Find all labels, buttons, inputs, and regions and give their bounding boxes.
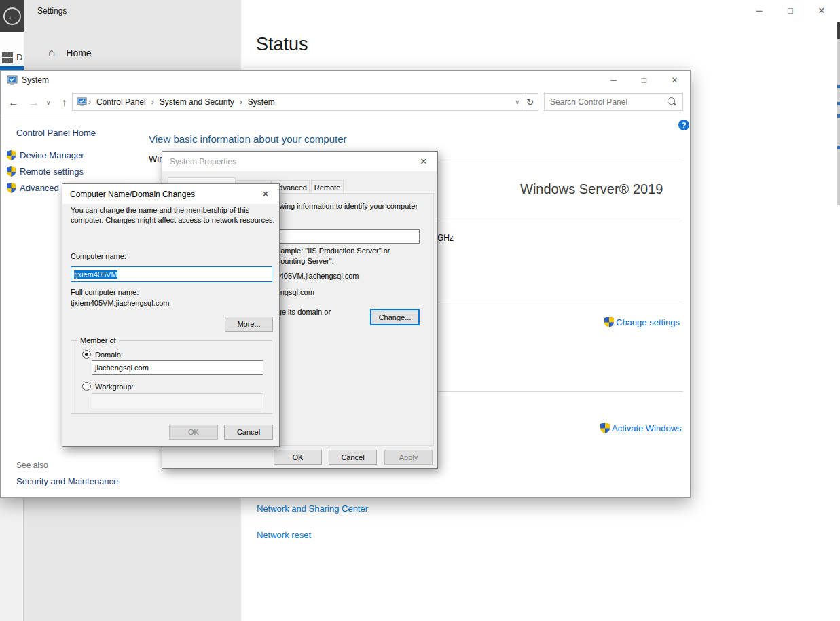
computer-name-label: Computer name: (71, 252, 126, 260)
member-of-label: Member of (77, 336, 119, 344)
nav-up-button[interactable]: ↑ (57, 96, 72, 109)
minimize-icon: ─ (756, 5, 762, 16)
back-icon: ← (8, 96, 19, 108)
home-icon: ⌂ (48, 46, 55, 60)
sidebar-item-control-panel-home[interactable]: Control Panel Home (16, 128, 96, 138)
namechg-cancel-button[interactable]: Cancel (224, 425, 273, 440)
settings-close-button[interactable]: ✕ (806, 0, 837, 20)
search-icon (666, 96, 677, 107)
refresh-icon: ↻ (526, 96, 534, 107)
close-icon: ✕ (420, 156, 428, 166)
breadcrumb-control-panel[interactable]: Control Panel (92, 97, 150, 107)
computer-name-domain-changes-dialog: Computer Name/Domain Changes ✕ You can c… (62, 183, 280, 447)
maximize-icon: □ (788, 5, 793, 16)
refresh-button[interactable]: ↻ (522, 93, 538, 111)
search-input[interactable] (545, 97, 666, 107)
breadcrumb-system-and-security[interactable]: System and Security (156, 97, 238, 107)
dashboard-grid-icon (2, 52, 14, 63)
system-window-icon (7, 75, 18, 86)
namechg-full-name-label: Full computer name: (71, 288, 139, 296)
up-icon: ↑ (62, 96, 67, 108)
address-bar[interactable]: › Control Panel › System and Security › … (72, 93, 522, 111)
change-settings-label: Change settings (616, 317, 680, 327)
activate-windows-link[interactable]: Activate Windows (600, 423, 682, 433)
more-button[interactable]: More... (225, 317, 273, 332)
help-icon: ? (682, 121, 687, 129)
address-location-icon (77, 97, 87, 107)
breadcrumb-separator-icon: › (87, 97, 92, 107)
namechg-body-line1: You can change the name and the membersh… (71, 206, 249, 214)
desktop: ← D Settings ─ □ ✕ ⌂ Home Status Network… (0, 0, 840, 621)
sysprops-apply-button[interactable]: Apply (384, 450, 433, 465)
background-right-sliver-dark (837, 22, 840, 39)
background-window-sliver: D (0, 32, 24, 70)
sidebar-item-label: Remote settings (20, 166, 84, 177)
nav-history-dropdown[interactable]: ∨ (44, 99, 53, 106)
settings-window-title: Settings (37, 6, 67, 16)
nav-back-button[interactable]: ← (3, 96, 24, 109)
settings-maximize-button[interactable]: □ (775, 0, 806, 20)
uac-shield-icon (7, 150, 16, 160)
computer-name-input[interactable]: tjxiem405VM (71, 266, 272, 282)
maximize-icon: □ (642, 75, 646, 85)
domain-radio[interactable] (82, 350, 91, 359)
processor-text-fragment: GHz (437, 233, 454, 243)
namechg-close-button[interactable]: ✕ (252, 184, 279, 204)
chevron-down-icon: ∨ (46, 99, 51, 106)
domain-input[interactable]: jiachengsql.com (92, 360, 263, 375)
os-name: Windows Server® 2019 (520, 181, 663, 197)
domain-radio-label: Domain: (95, 351, 123, 359)
workgroup-radio[interactable] (82, 382, 91, 391)
network-reset-link[interactable]: Network reset (257, 530, 311, 540)
settings-minimize-button[interactable]: ─ (744, 0, 775, 20)
network-sharing-center-link[interactable]: Network and Sharing Center (257, 503, 368, 514)
security-and-maintenance-link[interactable]: Security and Maintenance (16, 476, 118, 486)
computer-name-selected-text: tjxiem405VM (74, 270, 117, 279)
search-box (544, 93, 683, 111)
sysprops-ok-button[interactable]: OK (274, 450, 322, 465)
breadcrumb-system[interactable]: System (244, 97, 279, 107)
change-button[interactable]: Change... (370, 309, 420, 325)
system-close-button[interactable]: ✕ (659, 71, 690, 90)
settings-caption-buttons: ─ □ ✕ (744, 0, 837, 20)
minimize-icon: ─ (610, 75, 617, 85)
system-caption-buttons: ─ □ ✕ (598, 71, 690, 90)
settings-home-label: Home (66, 48, 91, 58)
change-settings-link[interactable]: Change settings (604, 317, 680, 327)
back-circle-icon[interactable]: ← (3, 7, 21, 25)
namechg-title: Computer Name/Domain Changes (70, 190, 195, 199)
close-icon: ✕ (818, 5, 826, 16)
breadcrumb-separator-icon: › (150, 97, 156, 107)
nav-forward-button[interactable]: → (24, 96, 44, 109)
uac-shield-icon (7, 166, 16, 177)
settings-nav-home[interactable]: ⌂ Home (40, 41, 223, 65)
workgroup-radio-label: Workgroup: (95, 383, 134, 391)
system-minimize-button[interactable]: ─ (598, 71, 629, 90)
breadcrumb-separator-icon: › (238, 97, 244, 107)
sysprops-cancel-button[interactable]: Cancel (329, 450, 377, 465)
see-also-label: See also (16, 461, 48, 470)
sidebar-item-device-manager[interactable]: Device Manager (7, 150, 84, 160)
system-titlebar: System (1, 71, 690, 90)
system-properties-titlebar: System Properties ✕ (162, 152, 437, 171)
namechg-body-line2: computer. Changes might affect access to… (71, 216, 275, 224)
forward-icon: → (29, 96, 39, 108)
workgroup-input[interactable] (92, 393, 263, 408)
tab-remote[interactable]: Remote (311, 180, 344, 194)
namechg-full-name-value: tjxiem405VM.jiachengsql.com (71, 299, 170, 307)
namechg-ok-button[interactable]: OK (169, 425, 218, 440)
toolbar-divider (1, 116, 690, 116)
system-window-title: System (22, 75, 49, 85)
background-label-fragment: D (16, 52, 22, 63)
system-properties-close-button[interactable]: ✕ (410, 152, 437, 171)
close-icon: ✕ (671, 75, 678, 85)
system-maximize-button[interactable]: □ (629, 71, 659, 90)
sidebar-item-remote-settings[interactable]: Remote settings (7, 166, 84, 177)
uac-shield-icon (600, 423, 610, 433)
address-dropdown-button[interactable]: ∨ (513, 99, 522, 105)
sidebar-item-label: Device Manager (20, 150, 84, 160)
help-button[interactable]: ? (678, 120, 689, 130)
background-right-sliver (837, 39, 840, 205)
domain-input-value: jiachengsql.com (95, 363, 149, 372)
background-back-button-area[interactable]: ← (0, 0, 24, 32)
